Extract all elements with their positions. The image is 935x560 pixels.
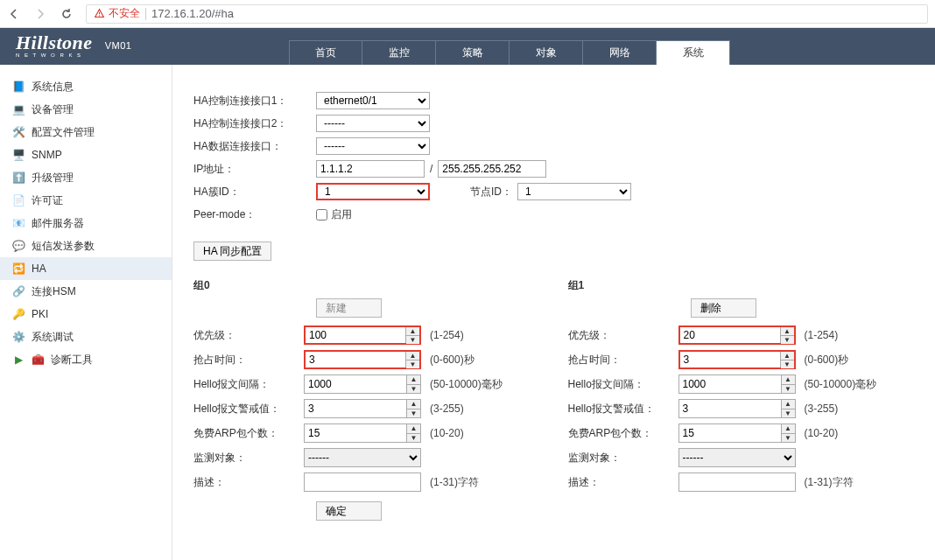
svg-point-1 bbox=[99, 15, 100, 16]
step-up-icon[interactable]: ▲ bbox=[406, 327, 419, 335]
g1-hellothr-input[interactable]: ▲▼ bbox=[678, 399, 796, 418]
step-down-icon[interactable]: ▼ bbox=[407, 384, 420, 394]
sidebar-item-upgrade[interactable]: ⬆️升级管理 bbox=[0, 166, 172, 189]
g0-arp-input[interactable]: ▲▼ bbox=[304, 424, 421, 443]
g1-priority-hint: (1-254) bbox=[805, 329, 839, 341]
sidebar-item-hsm[interactable]: 🔗连接HSM bbox=[0, 280, 172, 303]
peer-checkbox[interactable] bbox=[316, 209, 327, 220]
step-up-icon[interactable]: ▲ bbox=[782, 375, 795, 384]
g0-arp-hint: (10-20) bbox=[430, 427, 464, 439]
g1-helloint-hint: (50-10000)毫秒 bbox=[805, 377, 877, 392]
g1-helloint-input[interactable]: ▲▼ bbox=[678, 374, 796, 394]
group1-delete-button[interactable]: 删除 bbox=[691, 298, 756, 318]
group1-title: 组1 bbox=[568, 278, 915, 293]
g1-priority-label: 优先级： bbox=[568, 328, 678, 343]
tab-system[interactable]: 系统 bbox=[657, 40, 730, 65]
step-up-icon[interactable]: ▲ bbox=[782, 400, 795, 409]
slash: / bbox=[430, 163, 432, 175]
upgrade-icon: ⬆️ bbox=[12, 172, 25, 184]
g0-arp-label: 免费ARP包个数： bbox=[193, 426, 304, 441]
g0-preempt-label: 抢占时间： bbox=[193, 353, 304, 368]
tab-monitor[interactable]: 监控 bbox=[362, 40, 436, 65]
step-up-icon[interactable]: ▲ bbox=[782, 424, 795, 433]
g0-priority-input[interactable]: ▲▼ bbox=[304, 326, 421, 345]
ip-input[interactable] bbox=[316, 160, 425, 178]
back-icon[interactable] bbox=[7, 7, 21, 21]
tab-home[interactable]: 首页 bbox=[289, 40, 362, 65]
group0-title: 组0 bbox=[193, 278, 540, 293]
step-up-icon[interactable]: ▲ bbox=[407, 424, 420, 433]
node-select[interactable]: 1 bbox=[517, 183, 631, 200]
ha-ctrl2-label: HA控制连接接口2： bbox=[193, 116, 316, 131]
brand-name: Hillstone bbox=[16, 32, 93, 54]
sms-icon: 💬 bbox=[12, 240, 25, 252]
sidebar-item-snmp[interactable]: 🖥️SNMP bbox=[0, 144, 172, 166]
g0-mon-select[interactable]: ------ bbox=[304, 448, 421, 467]
tab-object[interactable]: 对象 bbox=[510, 40, 583, 65]
tab-network[interactable]: 网络 bbox=[583, 40, 657, 65]
sidebar-item-license[interactable]: 📄许可证 bbox=[0, 189, 172, 212]
step-down-icon[interactable]: ▼ bbox=[782, 384, 795, 394]
sidebar-item-sms[interactable]: 💬短信发送参数 bbox=[0, 234, 172, 257]
sidebar-item-debug[interactable]: ⚙️系统调试 bbox=[0, 326, 172, 348]
confirm-button[interactable]: 确定 bbox=[316, 501, 382, 521]
debug-icon: ⚙️ bbox=[12, 331, 25, 343]
g0-hellothr-input[interactable]: ▲▼ bbox=[304, 399, 421, 418]
group1: 组1 删除 优先级： ▲▼ (1-254) 抢占时间： ▲▼ (0-600)秒 … bbox=[568, 270, 915, 494]
step-down-icon[interactable]: ▼ bbox=[407, 409, 420, 418]
g1-desc-input[interactable] bbox=[678, 472, 796, 492]
mail-icon: 📧 bbox=[12, 217, 25, 229]
step-up-icon[interactable]: ▲ bbox=[406, 352, 419, 360]
step-up-icon[interactable]: ▲ bbox=[407, 400, 420, 409]
url-bar[interactable]: 不安全 172.16.1.20/#ha bbox=[86, 4, 928, 24]
sidebar-item-config[interactable]: 🛠️配置文件管理 bbox=[0, 121, 172, 144]
sidebar-item-diag[interactable]: ▶🧰诊断工具 bbox=[0, 348, 172, 371]
reload-icon[interactable] bbox=[60, 7, 74, 21]
g0-desc-input[interactable] bbox=[304, 472, 421, 492]
step-down-icon[interactable]: ▼ bbox=[781, 360, 794, 368]
g1-preempt-input[interactable]: ▲▼ bbox=[678, 350, 796, 369]
g1-priority-input[interactable]: ▲▼ bbox=[678, 326, 796, 345]
diag-icon: 🧰 bbox=[32, 354, 44, 366]
cluster-select[interactable]: 1 bbox=[316, 183, 430, 200]
sidebar-item-mail[interactable]: 📧邮件服务器 bbox=[0, 212, 172, 234]
g0-preempt-input[interactable]: ▲▼ bbox=[304, 350, 421, 369]
g0-helloint-input[interactable]: ▲▼ bbox=[304, 374, 421, 394]
step-up-icon[interactable]: ▲ bbox=[781, 352, 794, 360]
ha-sync-button[interactable]: HA 同步配置 bbox=[193, 242, 271, 261]
g1-hellothr-label: Hello报文警戒值： bbox=[568, 402, 678, 416]
sidebar-item-pki[interactable]: 🔑PKI bbox=[0, 303, 172, 326]
g0-hellothr-hint: (3-255) bbox=[430, 402, 464, 415]
app-header: Hillstone N E T W O R K S VM01 首页 监控 策略 … bbox=[0, 28, 935, 65]
step-down-icon[interactable]: ▼ bbox=[406, 335, 419, 344]
step-down-icon[interactable]: ▼ bbox=[782, 409, 795, 418]
step-up-icon[interactable]: ▲ bbox=[407, 375, 420, 384]
step-down-icon[interactable]: ▼ bbox=[781, 335, 794, 344]
g1-mon-label: 监测对象： bbox=[568, 451, 678, 466]
ha-ctrl1-select[interactable]: ethernet0/1 bbox=[316, 92, 430, 109]
config-icon: 🛠️ bbox=[12, 126, 25, 138]
ha-ctrl2-select[interactable]: ------ bbox=[316, 115, 430, 132]
g0-mon-label: 监测对象： bbox=[193, 451, 304, 466]
g1-mon-select[interactable]: ------ bbox=[678, 448, 796, 467]
step-down-icon[interactable]: ▼ bbox=[782, 433, 795, 443]
mask-input[interactable] bbox=[438, 160, 546, 178]
group0-new-button[interactable]: 新建 bbox=[316, 298, 382, 318]
tab-policy[interactable]: 策略 bbox=[436, 40, 510, 65]
license-icon: 📄 bbox=[12, 194, 25, 206]
sidebar-item-device[interactable]: 💻设备管理 bbox=[0, 98, 172, 121]
ha-data-select[interactable]: ------ bbox=[316, 137, 430, 155]
forward-icon[interactable] bbox=[33, 7, 47, 21]
step-up-icon[interactable]: ▲ bbox=[781, 327, 794, 335]
g1-arp-input[interactable]: ▲▼ bbox=[678, 424, 796, 443]
sidebar-item-ha[interactable]: 🔁HA bbox=[0, 257, 172, 280]
step-down-icon[interactable]: ▼ bbox=[406, 360, 419, 368]
step-down-icon[interactable]: ▼ bbox=[407, 433, 420, 443]
g0-preempt-hint: (0-600)秒 bbox=[430, 353, 475, 368]
g1-preempt-hint: (0-600)秒 bbox=[805, 353, 849, 368]
sidebar-item-sysinfo[interactable]: 📘系统信息 bbox=[0, 75, 172, 98]
pki-icon: 🔑 bbox=[12, 308, 25, 320]
g0-desc-hint: (1-31)字符 bbox=[430, 475, 479, 490]
g0-hellothr-label: Hello报文警戒值： bbox=[193, 402, 304, 416]
snmp-icon: 🖥️ bbox=[12, 149, 25, 161]
